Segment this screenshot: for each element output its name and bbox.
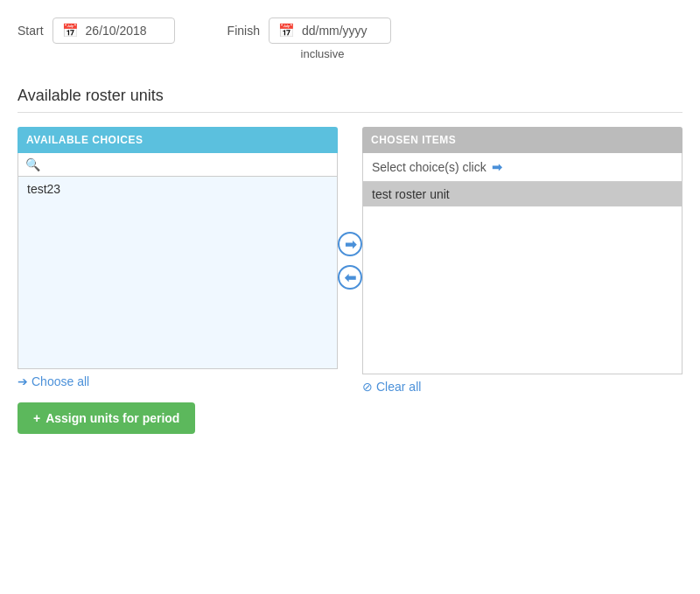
search-box: 🔍	[18, 153, 338, 177]
available-list-box[interactable]: test23	[18, 177, 338, 369]
chosen-panel: CHOSEN ITEMS Select choice(s) click ➡ te…	[362, 127, 682, 394]
assign-units-button[interactable]: + Assign units for period	[18, 402, 195, 434]
clear-all-icon: ⊘	[362, 380, 373, 394]
finish-calendar-icon: 📅	[278, 23, 295, 38]
clear-all-label: Clear all	[376, 380, 421, 394]
finish-date-group: Finish 📅 dd/mm/yyyy inclusive	[228, 17, 391, 60]
finish-label: Finish	[228, 24, 260, 38]
chosen-prompt-row: Select choice(s) click ➡	[362, 153, 682, 182]
start-date-input[interactable]: 📅 26/10/2018	[52, 17, 175, 44]
choose-all-container: ➔ Choose all	[18, 374, 338, 388]
date-row: Start 📅 26/10/2018 Finish 📅 dd/mm/yyyy i…	[18, 17, 682, 60]
search-input[interactable]	[46, 158, 330, 171]
finish-row: Finish 📅 dd/mm/yyyy	[228, 17, 391, 44]
clear-all-container: ⊘ Clear all	[362, 380, 682, 394]
choose-all-icon: ➔	[18, 374, 28, 388]
finish-date-input[interactable]: 📅 dd/mm/yyyy	[269, 17, 391, 44]
list-item[interactable]: test23	[18, 177, 337, 201]
start-date-value: 26/10/2018	[86, 24, 147, 38]
move-left-button[interactable]: ➡	[338, 265, 362, 290]
section-title: Available roster units	[18, 87, 682, 105]
choose-all-link[interactable]: ➔ Choose all	[18, 374, 338, 388]
chosen-prompt-text: Select choice(s) click	[372, 160, 486, 174]
section-divider	[18, 112, 682, 113]
clear-all-link[interactable]: ⊘ Clear all	[362, 380, 682, 394]
finish-date-value: dd/mm/yyyy	[302, 24, 368, 38]
inclusive-text: inclusive	[301, 47, 345, 60]
search-icon: 🔍	[25, 157, 40, 171]
move-right-button[interactable]: ➡	[338, 232, 362, 256]
chosen-list-box[interactable]: test roster unit	[362, 182, 682, 374]
start-label: Start	[18, 24, 44, 38]
plus-icon: +	[33, 411, 40, 425]
dual-list-wrapper: AVAILABLE CHOICES 🔍 test23 ➔ Choose all …	[18, 127, 682, 394]
assign-button-label: Assign units for period	[46, 411, 179, 425]
available-panel-header: AVAILABLE CHOICES	[18, 127, 338, 153]
list-item[interactable]: test roster unit	[363, 182, 682, 206]
start-date-group: Start 📅 26/10/2018	[18, 17, 175, 44]
available-panel: AVAILABLE CHOICES 🔍 test23 ➔ Choose all	[18, 127, 338, 388]
arrow-column: ➡ ➡	[338, 127, 362, 290]
start-calendar-icon: 📅	[62, 23, 79, 38]
choose-all-label: Choose all	[32, 374, 89, 388]
chosen-prompt-arrow: ➡	[492, 160, 502, 174]
chosen-panel-header: CHOSEN ITEMS	[362, 127, 682, 153]
